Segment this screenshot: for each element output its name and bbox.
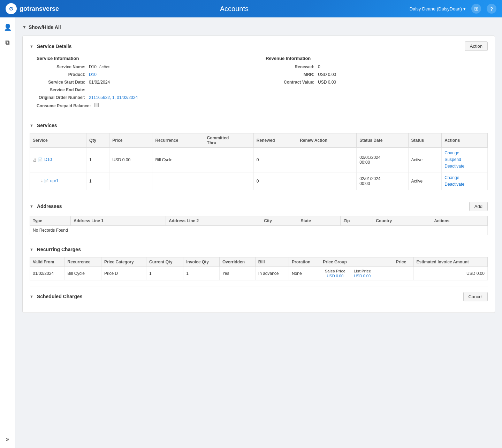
price-category-cell: Price D [101, 267, 146, 280]
recurring-charges-table: Valid From Recurrence Price Category Cur… [30, 257, 488, 280]
recurrence-cell [152, 172, 204, 190]
logo-icon: G [6, 3, 17, 14]
valid-from-cell: 01/02/2024 [30, 267, 64, 280]
action-button[interactable]: Action [465, 41, 488, 51]
product-label: Product: [37, 72, 89, 77]
start-date-label: Service Start Date: [37, 80, 89, 85]
cancel-button[interactable]: Cancel [463, 292, 488, 301]
list-price-value[interactable]: USD 0.00 [350, 274, 374, 278]
deactivate-action[interactable]: Deactivate [444, 163, 485, 170]
doc2-icon: 📄 [44, 179, 49, 183]
change-action[interactable]: Change [444, 150, 485, 156]
col-recurrence: Recurrence [152, 133, 204, 148]
recurrence-cell: Bill Cycle [64, 267, 101, 280]
table-row: └ 📄 upr1 1 0 02/01/202400:00 Active [30, 172, 488, 190]
prepaid-label: Consume Prepaid Balance: [37, 103, 94, 108]
suspend-action[interactable]: Suspend [444, 156, 485, 163]
no-records-row: No Records Found [30, 225, 488, 235]
order-number-row: Original Order Number: 211165632, 1, 01/… [37, 95, 252, 100]
product-value[interactable]: D10 [89, 72, 97, 77]
services-header-row: Service Qty Price Recurrence CommittedTh… [30, 133, 488, 148]
col-country: Country [373, 216, 431, 225]
service-name-value: D10 Active [89, 64, 110, 69]
services-label: Services [37, 123, 57, 128]
col-proration: Proration [289, 257, 320, 267]
page-title: Accounts [59, 5, 410, 13]
price-cell [109, 172, 152, 190]
service-name-row: Service Name: D10 Active [37, 64, 252, 69]
service-link[interactable]: D10 [44, 156, 52, 163]
service-details-arrow: ▼ [30, 44, 33, 48]
service-link[interactable]: upr1 [50, 178, 59, 184]
bill-cell: In advance [255, 267, 289, 280]
product-row: Product: D10 [37, 72, 252, 77]
recurring-charges-header: ▼ Recurring Charges [30, 247, 488, 252]
recurring-charges-arrow: ▼ [30, 247, 33, 252]
addresses-section: ▼ Addresses Add Type Address Line 1 Addr… [30, 202, 488, 235]
show-hide-arrow: ▼ [22, 25, 26, 30]
print-icon: 🖨 [33, 158, 37, 162]
subdoc-icon: └ [40, 179, 43, 183]
scheduled-charges-label: Scheduled Charges [37, 294, 83, 299]
current-qty-cell: 1 [146, 267, 183, 280]
col-state: State [298, 216, 341, 225]
order-number-value[interactable]: 211165632, 1, 01/02/2024 [89, 95, 138, 100]
service-name-cell: 🖨 📄 D10 [30, 148, 86, 172]
invoice-qty-cell: 1 [183, 267, 220, 280]
user-area: Daisy Deane (DaisyDean) ▾ ⊞ ? [410, 4, 496, 14]
service-name-label: Service Name: [37, 64, 89, 69]
no-records-cell: No Records Found [30, 225, 488, 235]
service-name-cell: └ 📄 upr1 [30, 172, 86, 190]
col-status-date: Status Date [357, 133, 408, 148]
main-content: ▼ Show/Hide All ▼ Service Details Action… [15, 17, 502, 448]
add-address-button[interactable]: Add [469, 202, 488, 211]
actions-cell: Change Suspend Deactivate [442, 148, 488, 172]
addresses-table: Type Address Line 1 Address Line 2 City … [30, 216, 488, 235]
revenue-info-column: Revenue Information Renewed: 0 MRR: USD … [266, 56, 481, 111]
services-table-head: Service Qty Price Recurrence CommittedTh… [30, 133, 488, 148]
col-price-category: Price Category [101, 257, 146, 267]
col-city: City [261, 216, 298, 225]
user-menu[interactable]: Daisy Deane (DaisyDean) ▾ [410, 6, 466, 11]
help-icon[interactable]: ? [487, 4, 496, 14]
deactivate-action[interactable]: Deactivate [444, 181, 485, 188]
services-header: ▼ Services [30, 123, 488, 128]
price-cell [393, 267, 413, 280]
services-title: ▼ Services [30, 123, 57, 128]
sidebar-expand-icon[interactable]: » [2, 433, 13, 445]
col-overridden: Overridden [219, 257, 255, 267]
services-table: Service Qty Price Recurrence CommittedTh… [30, 133, 488, 190]
renew-action-cell [297, 172, 357, 190]
grid-menu-icon[interactable]: ⊞ [471, 4, 481, 14]
service-info-heading: Service Information [37, 56, 252, 61]
change-action[interactable]: Change [444, 175, 485, 181]
services-section: ▼ Services Service Qty Price Recurrence … [30, 123, 488, 190]
mrr-row: MRR: USD 0.00 [266, 72, 481, 77]
service-details-section: ▼ Service Details Action Service Informa… [30, 41, 488, 111]
contract-value-label: Contract Value: [266, 80, 318, 85]
addresses-table-body: No Records Found [30, 225, 488, 235]
col-actions: Actions [431, 216, 488, 225]
renew-action-cell [297, 148, 357, 172]
qty-cell: 1 [86, 148, 109, 172]
price-group-cell: Sales Price List Price USD 0.00 USD 0.00 [320, 267, 393, 280]
recurring-charges-label: Recurring Charges [37, 247, 81, 252]
prepaid-checkbox[interactable] [94, 103, 99, 108]
overridden-cell: Yes [219, 267, 255, 280]
service-info-grid: Service Information Service Name: D10 Ac… [30, 56, 488, 111]
list-price-label: List Price [350, 269, 374, 273]
sidebar-copy-icon[interactable]: ⧉ [2, 37, 13, 48]
actions-cell: Change Deactivate [442, 172, 488, 190]
end-date-row: Service End Date: [37, 87, 252, 92]
status-date-cell: 02/01/202400:00 [357, 148, 408, 172]
contract-value-row: Contract Value: USD 0.00 [266, 80, 481, 85]
table-row: 01/02/2024 Bill Cycle Price D 1 1 Yes In… [30, 267, 488, 280]
col-zip: Zip [341, 216, 373, 225]
sidebar-users-icon[interactable]: 👤 [2, 22, 13, 33]
service-details-title: ▼ Service Details [30, 44, 72, 49]
contract-value-value: USD 0.00 [318, 80, 336, 85]
recurrence-cell: Bill Cycle [152, 148, 204, 172]
show-hide-all[interactable]: ▼ Show/Hide All [22, 24, 495, 30]
recurring-charges-body: 01/02/2024 Bill Cycle Price D 1 1 Yes In… [30, 267, 488, 280]
sales-price-value[interactable]: USD 0.00 [323, 274, 347, 278]
